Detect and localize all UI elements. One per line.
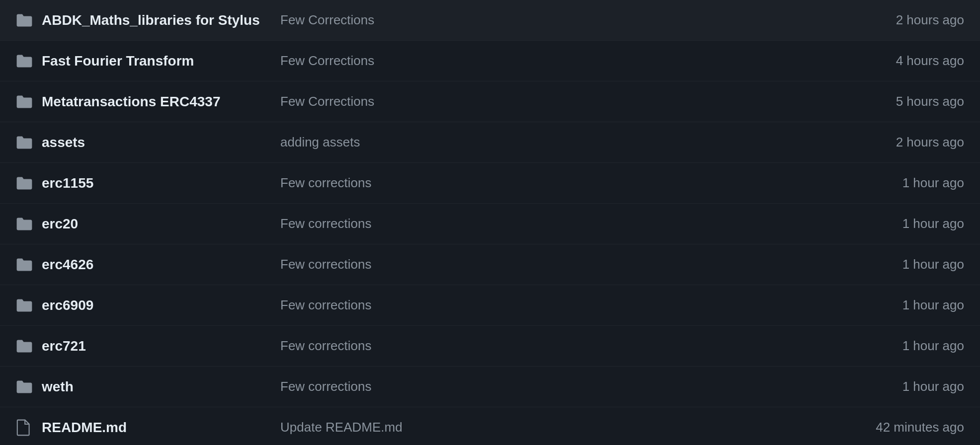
commit-time: 1 hour ago bbox=[825, 379, 964, 394]
table-row[interactable]: README.mdUpdate README.md42 minutes ago bbox=[0, 407, 980, 445]
commit-message: Few Corrections bbox=[280, 53, 825, 69]
commit-time: 1 hour ago bbox=[825, 216, 964, 231]
folder-icon bbox=[16, 54, 42, 68]
commit-message: Few corrections bbox=[280, 338, 825, 354]
folder-icon bbox=[16, 258, 42, 272]
commit-message: Few corrections bbox=[280, 216, 825, 231]
file-name[interactable]: assets bbox=[42, 135, 280, 150]
commit-time: 5 hours ago bbox=[825, 94, 964, 109]
table-row[interactable]: erc4626Few corrections1 hour ago bbox=[0, 244, 980, 285]
table-row[interactable]: erc6909Few corrections1 hour ago bbox=[0, 285, 980, 326]
file-name[interactable]: ABDK_Maths_libraries for Stylus bbox=[42, 12, 280, 28]
file-name[interactable]: erc1155 bbox=[42, 175, 280, 191]
file-name[interactable]: Metatransactions ERC4337 bbox=[42, 94, 280, 110]
commit-time: 42 minutes ago bbox=[825, 420, 964, 435]
commit-message: Few Corrections bbox=[280, 94, 825, 109]
file-name[interactable]: Fast Fourier Transform bbox=[42, 53, 280, 69]
commit-time: 2 hours ago bbox=[825, 12, 964, 28]
table-row[interactable]: assetsadding assets2 hours ago bbox=[0, 122, 980, 163]
folder-icon bbox=[16, 13, 42, 27]
file-icon bbox=[16, 419, 42, 436]
folder-icon bbox=[16, 136, 42, 149]
table-row[interactable]: Fast Fourier TransformFew Corrections4 h… bbox=[0, 41, 980, 81]
commit-message: Few corrections bbox=[280, 175, 825, 191]
commit-message: Few Corrections bbox=[280, 12, 825, 28]
folder-icon bbox=[16, 298, 42, 312]
folder-icon bbox=[16, 176, 42, 190]
folder-icon bbox=[16, 339, 42, 353]
table-row[interactable]: erc20Few corrections1 hour ago bbox=[0, 204, 980, 244]
commit-time: 2 hours ago bbox=[825, 135, 964, 150]
file-name[interactable]: erc6909 bbox=[42, 297, 280, 313]
commit-message: Few corrections bbox=[280, 379, 825, 394]
commit-message: adding assets bbox=[280, 135, 825, 150]
commit-message: Few corrections bbox=[280, 257, 825, 272]
file-name[interactable]: weth bbox=[42, 379, 280, 395]
table-row[interactable]: Metatransactions ERC4337Few Corrections5… bbox=[0, 81, 980, 122]
commit-message: Update README.md bbox=[280, 420, 825, 435]
commit-message: Few corrections bbox=[280, 297, 825, 313]
commit-time: 1 hour ago bbox=[825, 257, 964, 272]
file-name[interactable]: README.md bbox=[42, 420, 280, 436]
file-list: ABDK_Maths_libraries for StylusFew Corre… bbox=[0, 0, 980, 445]
commit-time: 1 hour ago bbox=[825, 297, 964, 313]
commit-time: 1 hour ago bbox=[825, 175, 964, 191]
commit-time: 1 hour ago bbox=[825, 338, 964, 354]
file-name[interactable]: erc721 bbox=[42, 338, 280, 354]
folder-icon bbox=[16, 217, 42, 231]
commit-time: 4 hours ago bbox=[825, 53, 964, 69]
folder-icon bbox=[16, 380, 42, 394]
table-row[interactable]: ABDK_Maths_libraries for StylusFew Corre… bbox=[0, 0, 980, 41]
file-name[interactable]: erc4626 bbox=[42, 257, 280, 273]
table-row[interactable]: erc1155Few corrections1 hour ago bbox=[0, 163, 980, 204]
folder-icon bbox=[16, 95, 42, 109]
table-row[interactable]: wethFew corrections1 hour ago bbox=[0, 367, 980, 407]
table-row[interactable]: erc721Few corrections1 hour ago bbox=[0, 326, 980, 367]
file-name[interactable]: erc20 bbox=[42, 216, 280, 232]
